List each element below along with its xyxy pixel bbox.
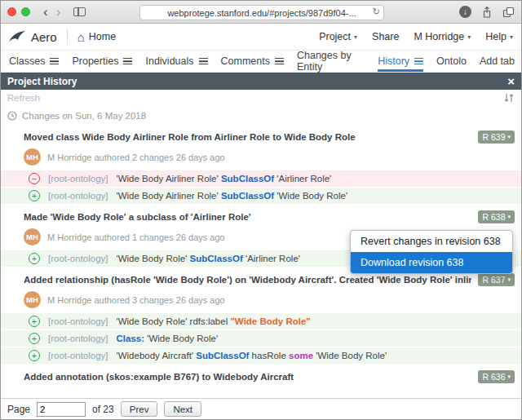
revision-label: R 636 <box>482 372 505 382</box>
tab-properties[interactable]: Properties <box>72 51 132 72</box>
added-icon: + <box>29 350 40 361</box>
date-group-header: Changes on Sun, 6 May 2018 <box>1 106 521 124</box>
tab-comments[interactable]: Comments <box>221 51 284 72</box>
axiom-text: 'Wide Body Role' SubClassOf 'Airliner Ro… <box>117 254 300 263</box>
tab-label: Individuals <box>145 55 193 67</box>
downloads-icon[interactable]: ↓ <box>459 6 471 18</box>
context-menu-item[interactable]: Download revision 638 <box>351 252 512 273</box>
clock-icon <box>7 111 17 121</box>
refresh-row: Refresh <box>1 90 521 106</box>
entry-title: Added relationship (hasRole 'Wide Body R… <box>24 275 471 285</box>
ontology-label: [root-ontology] <box>48 351 108 360</box>
prev-button[interactable]: Prev <box>121 401 158 417</box>
diff-row: +[root-ontology]'Widebody Aircraft' SubC… <box>1 347 521 364</box>
browser-toolbar-icons: ↓ <box>459 1 515 23</box>
tab-label: Properties <box>72 55 118 67</box>
ontology-label: [root-ontology] <box>48 254 108 263</box>
chevron-down-icon: ▾ <box>507 134 511 140</box>
axiom-text: 'Widebody Aircraft' SubClassOf hasRole s… <box>117 351 387 360</box>
menu-project[interactable]: Project▾ <box>319 31 357 42</box>
tab-menu-icon[interactable] <box>199 58 208 64</box>
home-button[interactable]: ⌂ Home <box>77 31 116 43</box>
added-icon: + <box>29 253 40 264</box>
url-text: webprotege.stanford.edu/#projects/987d9f… <box>167 8 356 18</box>
chevron-down-icon: ▾ <box>507 214 511 220</box>
browser-chrome: ‹ › webprotege.stanford.edu/#projects/98… <box>1 1 521 24</box>
revision-badge[interactable]: R 638▾ <box>478 210 515 223</box>
diff-row: +[root-ontology]Class: 'Wide Body Role' <box>1 330 521 347</box>
window-close-button[interactable] <box>7 7 16 16</box>
share-icon[interactable] <box>481 6 493 19</box>
diff-row: +[root-ontology]'Wide Body Airliner Role… <box>1 188 521 204</box>
revision-badge[interactable]: R 637▾ <box>478 273 515 286</box>
history-entry: Moved class Wide Body Airliner Role from… <box>1 130 521 204</box>
tab-individuals[interactable]: Individuals <box>145 51 207 72</box>
menu-m-horridge[interactable]: M Horridge▾ <box>414 31 471 42</box>
menu-label: Share <box>372 31 399 42</box>
revision-badge[interactable]: R 636▾ <box>478 370 515 383</box>
axiom-text: 'Wide Body Airliner Role' SubClassOf 'Wi… <box>117 191 348 201</box>
avatar: MH <box>24 228 41 245</box>
tab-history[interactable]: History <box>378 51 423 72</box>
chevron-down-icon: ▾ <box>510 33 513 41</box>
browser-back-button[interactable]: ‹ <box>43 5 48 19</box>
aero-logo[interactable] <box>7 29 27 45</box>
page-input[interactable] <box>37 402 86 417</box>
axiom-text: 'Wide Body Airliner Role' SubClassOf 'Ai… <box>117 174 332 183</box>
chevron-down-icon: ▾ <box>507 276 511 283</box>
tab-classes[interactable]: Classes <box>9 51 59 72</box>
revision-badge[interactable]: R 639▾ <box>478 130 515 144</box>
portlet-header: Project History × <box>1 73 521 90</box>
axiom-text: Class: 'Wide Body Role' <box>117 334 219 343</box>
tab-label: History <box>378 55 409 67</box>
revision-label: R 637 <box>482 275 505 285</box>
entry-title-row: Made 'Wide Body Role' a subclass of 'Air… <box>1 210 521 223</box>
menu-share[interactable]: Share <box>372 31 399 42</box>
diff-row: +[root-ontology]'Wide Body Role' rdfs:la… <box>1 313 521 329</box>
header-divider <box>67 29 68 45</box>
ontology-label: [root-ontology] <box>48 174 108 183</box>
browser-window: ‹ › webprotege.stanford.edu/#projects/98… <box>0 0 522 420</box>
avatar: MH <box>24 291 41 308</box>
refresh-button[interactable]: Refresh <box>7 93 40 103</box>
brand-name: Aero <box>31 30 57 44</box>
page-count-label: of 23 <box>92 404 114 415</box>
next-button[interactable]: Next <box>164 401 201 417</box>
tab-menu-icon[interactable] <box>50 58 59 64</box>
menu-label: M Horridge <box>414 31 464 42</box>
menu-label: Project <box>319 31 351 42</box>
chevron-down-icon: ▾ <box>467 33 471 41</box>
pagination-bar: Page of 23 Prev Next <box>1 398 521 419</box>
ontology-label: [root-ontology] <box>48 191 108 201</box>
history-entry: Added annotation (skos:example B767) to … <box>1 370 521 383</box>
tab-label: Comments <box>221 55 270 67</box>
tab-label: Ontolo <box>436 55 467 67</box>
tab-menu-icon[interactable] <box>123 58 132 64</box>
sort-icon[interactable] <box>503 92 515 104</box>
close-icon[interactable]: × <box>507 75 515 87</box>
home-icon: ⌂ <box>77 31 85 43</box>
reload-icon[interactable]: ↻ <box>373 7 380 17</box>
window-zoom-button[interactable] <box>21 7 30 16</box>
entry-title: Moved class Wide Body Airliner Role from… <box>24 132 471 142</box>
entry-title-row: Added relationship (hasRole 'Wide Body R… <box>1 273 521 286</box>
browser-forward-button[interactable]: › <box>56 5 61 19</box>
entry-title: Added annotation (skos:example B767) to … <box>24 372 471 382</box>
app-header: Aero ⌂ Home Project▾ShareM Horridge▾Help… <box>1 24 521 51</box>
tab-label: Classes <box>9 55 45 67</box>
ontology-label: [root-ontology] <box>48 334 108 343</box>
entry-byline: M Horridge authored 1 changes 26 days ag… <box>47 232 225 242</box>
url-bar[interactable]: webprotege.stanford.edu/#projects/987d9f… <box>139 5 384 20</box>
entry-title-row: Added annotation (skos:example B767) to … <box>1 370 521 383</box>
tab-menu-icon[interactable] <box>275 58 284 64</box>
tab-menu-icon[interactable] <box>414 58 423 64</box>
context-menu-item[interactable]: Revert changes in revision 638 <box>351 231 512 252</box>
menu-help[interactable]: Help▾ <box>485 31 513 42</box>
add-tab-button[interactable]: Add tab <box>480 55 515 67</box>
page-label: Page <box>7 404 30 415</box>
removed-icon: − <box>29 173 40 184</box>
tab-changes-by-entity[interactable]: Changes by Entity <box>297 51 365 72</box>
tab-ontolo[interactable]: Ontolo <box>436 51 467 72</box>
sidebar-toggle-icon[interactable] <box>73 7 86 16</box>
tab-overview-icon[interactable] <box>502 7 515 18</box>
